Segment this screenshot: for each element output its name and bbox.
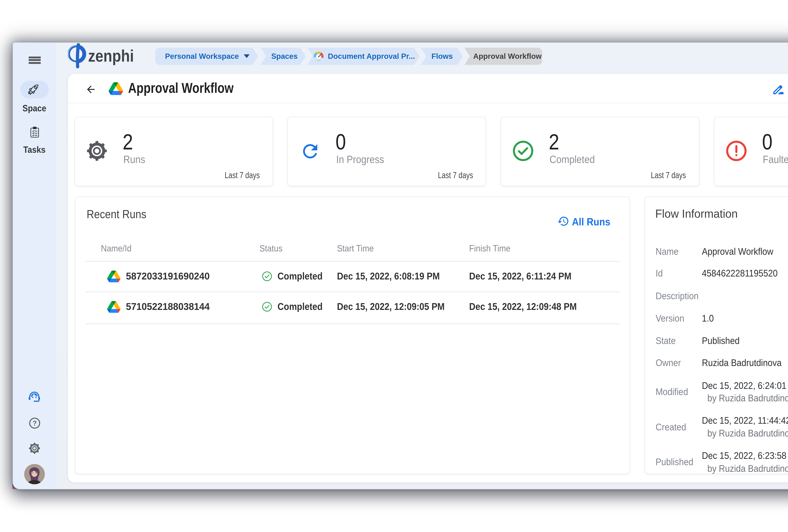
svg-text:?: ? [32, 419, 37, 427]
